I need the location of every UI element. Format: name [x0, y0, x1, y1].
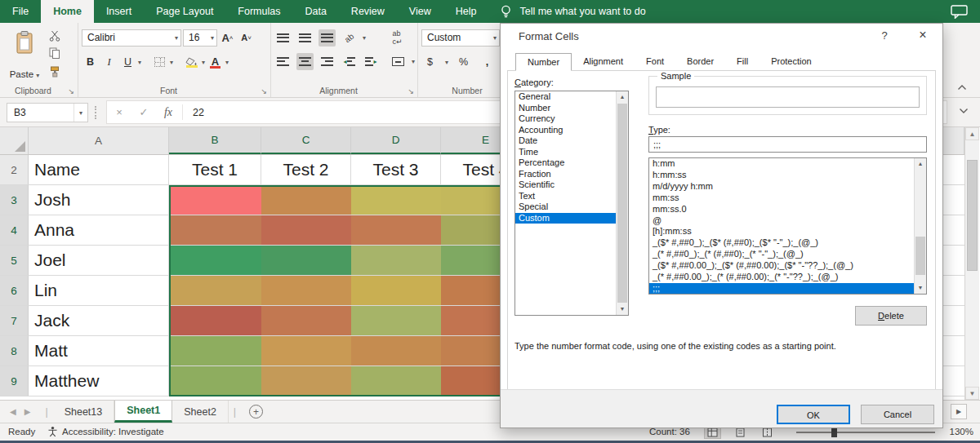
type-scroll-up-icon[interactable]: ▲: [915, 158, 926, 170]
dialog-tab-protection[interactable]: Protection: [760, 53, 823, 70]
type-option-9[interactable]: _($* #,##0.00_);_($* (#,##0.00);_($* "-"…: [649, 260, 914, 272]
formula-bar-value[interactable]: 22: [185, 107, 204, 118]
vertical-scrollbar-thumb[interactable]: [967, 160, 978, 271]
cell-B4[interactable]: [169, 215, 261, 245]
category-item-special[interactable]: Special: [515, 202, 616, 213]
cell-C2[interactable]: Test 2: [261, 155, 351, 184]
column-header-c[interactable]: C: [261, 127, 351, 154]
cut-icon[interactable]: [46, 29, 63, 42]
type-option-2[interactable]: m/d/yyyy h:mm: [649, 181, 914, 193]
accounting-dropdown-icon[interactable]: ▾: [445, 59, 448, 66]
bold-button[interactable]: B: [82, 54, 99, 71]
cell-D9[interactable]: [351, 366, 441, 396]
cell-C3[interactable]: [261, 185, 351, 215]
clipboard-dialog-launcher-icon[interactable]: ↘: [68, 87, 74, 95]
row-header-9[interactable]: 9: [0, 366, 29, 396]
column-header-d[interactable]: D: [351, 127, 441, 154]
row-header-8[interactable]: 8: [0, 336, 29, 365]
comma-style-icon[interactable]: ,: [479, 54, 496, 71]
sheet-nav-left-icon[interactable]: ◀: [10, 407, 16, 416]
top-align-icon[interactable]: [274, 29, 292, 47]
ribbon-tab-formulas[interactable]: Formulas: [225, 0, 292, 23]
underline-dropdown-icon[interactable]: ▾: [138, 59, 141, 66]
sheet-nav-right-icon[interactable]: ▶: [24, 407, 31, 416]
row-header-4[interactable]: 4: [0, 215, 29, 245]
font-dialog-launcher-icon[interactable]: ↘: [261, 87, 267, 95]
column-header-b[interactable]: B: [169, 127, 261, 154]
category-item-accounting[interactable]: Accounting: [515, 125, 616, 136]
category-item-custom[interactable]: Custom: [515, 213, 616, 224]
type-option-5[interactable]: @: [649, 215, 914, 227]
wrap-text-icon[interactable]: abc↵: [389, 29, 406, 47]
increase-indent-icon[interactable]: ▸: [363, 53, 380, 70]
font-name-combo[interactable]: Calibri▾: [82, 29, 181, 47]
ribbon-tab-insert[interactable]: Insert: [94, 0, 144, 23]
merge-dropdown-icon[interactable]: ▾: [412, 58, 415, 65]
collapse-ribbon-icon[interactable]: [957, 84, 967, 91]
alignment-dialog-launcher-icon[interactable]: ↘: [408, 87, 414, 95]
orientation-icon[interactable]: ab: [341, 29, 358, 47]
cell-B2[interactable]: Test 1: [169, 155, 261, 184]
paste-button[interactable]: Paste ▾: [7, 28, 42, 82]
font-size-combo[interactable]: 16▾: [183, 29, 217, 47]
dialog-tab-font[interactable]: Font: [635, 53, 675, 70]
category-scroll-up-icon[interactable]: ▲: [617, 91, 628, 103]
decrease-indent-icon[interactable]: ◂: [341, 53, 358, 70]
borders-dropdown-icon[interactable]: ▾: [170, 59, 173, 66]
ok-button[interactable]: OK: [777, 405, 850, 424]
cell-A6[interactable]: Lin: [29, 276, 169, 305]
category-item-time[interactable]: Time: [515, 147, 616, 158]
ribbon-tab-review[interactable]: Review: [339, 0, 397, 23]
cell-B5[interactable]: [169, 246, 261, 275]
align-left-icon[interactable]: [274, 53, 292, 70]
dialog-tab-border[interactable]: Border: [675, 53, 725, 70]
cell-D6[interactable]: [351, 276, 441, 305]
cell-C9[interactable]: [261, 366, 351, 396]
dialog-help-button[interactable]: ?: [877, 29, 892, 42]
dialog-tab-number[interactable]: Number: [515, 53, 572, 71]
sheet-tab-sheet13[interactable]: Sheet13: [53, 401, 115, 423]
category-item-number[interactable]: Number: [515, 103, 616, 114]
type-option-1[interactable]: h:mm:ss: [649, 170, 914, 181]
accounting-format-icon[interactable]: $: [421, 54, 439, 71]
type-option-11[interactable]: ;;;: [649, 283, 914, 294]
cell-B3[interactable]: [169, 185, 261, 215]
type-input[interactable]: [648, 136, 927, 153]
cell-D2[interactable]: Test 3: [351, 155, 441, 184]
merge-center-icon[interactable]: [390, 53, 407, 70]
cell-C7[interactable]: [261, 306, 351, 335]
format-painter-icon[interactable]: [46, 64, 63, 78]
category-item-currency[interactable]: Currency: [515, 113, 616, 125]
cancel-entry-icon[interactable]: ×: [107, 106, 131, 118]
type-option-6[interactable]: [h]:mm:ss: [649, 226, 914, 237]
increase-font-icon[interactable]: A˄: [219, 29, 236, 47]
vertical-scrollbar[interactable]: ▲ ▼: [964, 127, 979, 400]
type-option-8[interactable]: _(* #,##0_);_(* (#,##0);_(* "-"_);_(@_): [649, 249, 914, 260]
scroll-down-icon[interactable]: ▼: [965, 387, 979, 400]
row-header-7[interactable]: 7: [0, 306, 29, 335]
row-header-5[interactable]: 5: [0, 246, 29, 275]
cell-B8[interactable]: [169, 336, 261, 365]
page-layout-view-icon[interactable]: [733, 427, 748, 438]
category-scrollbar[interactable]: ▲ ▼: [616, 91, 628, 315]
row-header-2[interactable]: 2: [0, 155, 29, 184]
cell-D5[interactable]: [351, 246, 441, 275]
category-item-text[interactable]: Text: [515, 191, 616, 202]
enter-entry-icon[interactable]: ✓: [131, 106, 156, 118]
cell-D4[interactable]: [351, 215, 441, 245]
accessibility-status[interactable]: Accessibility: Investigate: [47, 426, 164, 437]
category-item-percentage[interactable]: Percentage: [515, 157, 616, 169]
cell-A3[interactable]: Josh: [29, 185, 169, 215]
percent-style-icon[interactable]: %: [455, 54, 472, 71]
type-scrollbar[interactable]: ▲ ▼: [914, 158, 926, 294]
insert-function-icon[interactable]: fx: [156, 106, 180, 119]
new-sheet-button[interactable]: +: [249, 405, 263, 419]
type-option-3[interactable]: mm:ss: [649, 193, 914, 204]
row-header-3[interactable]: 3: [0, 185, 29, 215]
cancel-button[interactable]: Cancel: [861, 405, 934, 424]
name-box[interactable]: B3 ▾: [7, 103, 88, 122]
cell-A9[interactable]: Matthew: [29, 366, 169, 396]
number-format-combo[interactable]: Custom▾: [421, 29, 500, 47]
dialog-title-bar[interactable]: Format Cells: [501, 24, 942, 48]
category-item-scientific[interactable]: Scientific: [515, 179, 616, 191]
